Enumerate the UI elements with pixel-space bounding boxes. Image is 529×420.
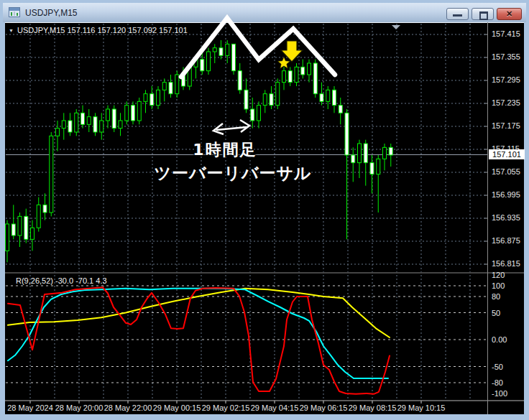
chart-header-text: USDJPY,M15 157.116 157.120 157.092 157.1… [17,26,188,34]
price-tick-label: 157.295 [492,75,520,84]
price-tick-label: 156.875 [492,236,520,245]
minimize-button[interactable] [446,8,469,20]
indicator-tick-label: 100 [492,281,505,290]
window-controls: ✕ [446,8,522,20]
price-tick-label: 157.355 [492,52,520,61]
indicator-tick-label: -80 [492,378,503,387]
indicator-tick-label: -50 [492,363,503,371]
indicator-tick-label: -100 [492,389,507,398]
time-tick-label: 28 May 22:00 [104,403,152,412]
annotation-text-2: ツーバーリバーサル [154,162,311,185]
close-button[interactable]: ✕ [497,8,522,20]
price-tick-label: 156.995 [492,190,520,199]
title-bar[interactable]: USDJPY,M15 ✕ [3,3,526,22]
chart-window: USDJPY,M15 ✕ ▼USDJPY,M15 157.116 157.120… [0,0,529,420]
restore-button[interactable] [472,8,494,20]
price-tick-label: 157.235 [492,98,520,107]
current-price-box: 157.101 [489,149,525,159]
time-tick-label: 29 May 08:15 [349,403,397,412]
time-tick-label: 28 May 20:00 [55,403,104,412]
chart-client-area [5,22,524,414]
chart-header: ▼USDJPY,M15 157.116 157.120 157.092 157.… [9,26,188,34]
window-title: USDJPY,M15 [25,8,77,18]
time-tick-label: 29 May 00:15 [153,403,201,412]
annotation-text-1: 1時間足 [193,139,257,161]
price-tick-label: 157.175 [492,121,520,130]
time-tick-label: 29 May 02:15 [202,403,250,412]
time-tick-label: 29 May 04:15 [251,403,299,412]
price-tick-label: 157.415 [492,29,520,38]
indicator-tick-label: 0.00 [492,335,507,344]
indicator-tick-label: 120 [492,271,505,279]
time-tick-label: 28 May 2024 [7,403,53,412]
indicator-tick-label: 50 [492,309,500,317]
minimize-icon [453,14,462,17]
price-tick-label: 157.055 [492,167,520,176]
indicator-tick-label: 80 [492,292,500,301]
collapse-icon[interactable]: ▼ [9,28,14,33]
restore-icon [479,11,488,20]
price-tick-label: 156.935 [492,213,520,222]
price-tick-label: 156.815 [492,259,520,268]
close-icon: ✕ [497,9,521,19]
time-tick-label: 29 May 06:15 [300,403,348,412]
indicator-label: R(9,26,52) -30.0 -70.1 4.3 [16,276,107,285]
time-tick-label: 29 May 10:15 [397,403,446,412]
chart-window-icon [9,7,20,18]
